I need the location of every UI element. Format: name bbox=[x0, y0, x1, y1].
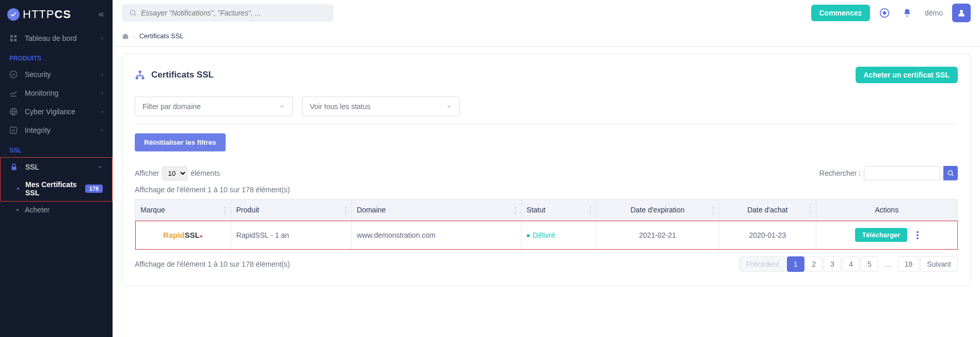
reset-filters-button[interactable]: Réinitialiser les filtres bbox=[135, 133, 226, 151]
chart-icon bbox=[9, 89, 18, 97]
svg-line-10 bbox=[134, 14, 136, 16]
content-card: Certificats SSL Acheter un certificat SS… bbox=[122, 54, 971, 286]
table-row: RapidSSL● RapidSSL - 1 an www.demonstrat… bbox=[135, 221, 958, 250]
check-box-icon bbox=[9, 126, 18, 134]
download-button[interactable]: Télécharger bbox=[855, 228, 908, 242]
global-search[interactable] bbox=[122, 4, 334, 22]
sidebar-item-cyber[interactable]: Cyber Vigilance › bbox=[0, 102, 113, 121]
search-icon bbox=[129, 9, 137, 17]
col-purchase[interactable]: Date d'achat↑↓ bbox=[719, 200, 816, 221]
table-info-bottom: Affichage de l'élément 1 à 10 sur 178 él… bbox=[135, 260, 290, 268]
page-ellipsis: … bbox=[879, 257, 897, 271]
page-last[interactable]: 18 bbox=[898, 256, 920, 272]
chevron-right-icon: › bbox=[101, 71, 103, 78]
sidebar-item-security[interactable]: Security › bbox=[0, 65, 113, 84]
svg-point-14 bbox=[960, 10, 963, 13]
page-2[interactable]: 2 bbox=[805, 256, 823, 272]
sidebar-subitem-buy[interactable]: Acheter bbox=[7, 202, 113, 218]
cell-purchase: 2020-01-23 bbox=[719, 221, 816, 250]
sort-icon: ↑↓ bbox=[809, 206, 812, 214]
chevron-right-icon: › bbox=[101, 108, 103, 115]
cta-start-button[interactable]: Commencez bbox=[811, 5, 870, 21]
col-product[interactable]: Produit↑↓ bbox=[231, 200, 352, 221]
sidebar-label: Mes Certificats SSL bbox=[25, 180, 85, 197]
sidebar-item-ssl[interactable]: SSL bbox=[1, 158, 112, 176]
sort-icon: ↑↓ bbox=[344, 206, 347, 214]
sidebar-label: Monitoring bbox=[25, 89, 101, 97]
cell-domain: www.demonstration.com bbox=[352, 221, 521, 250]
col-actions: Actions bbox=[816, 200, 957, 221]
svg-point-13 bbox=[906, 16, 908, 17]
topbar: Commencez démo bbox=[113, 0, 980, 26]
sort-icon: ↑↓ bbox=[589, 206, 592, 214]
page-4[interactable]: 4 bbox=[842, 256, 860, 272]
main-area: Commencez démo · Certificats SSL Certifi… bbox=[113, 0, 980, 337]
bullet-icon bbox=[17, 209, 19, 211]
chevron-right-icon: › bbox=[101, 127, 103, 134]
sort-icon: ↑↓ bbox=[712, 206, 715, 214]
svg-point-12 bbox=[883, 12, 886, 14]
sidebar-item-integrity[interactable]: Integrity › bbox=[0, 121, 113, 140]
chevron-down-icon bbox=[446, 103, 452, 110]
avatar[interactable] bbox=[952, 4, 971, 22]
cell-actions: Télécharger bbox=[816, 221, 957, 250]
buy-cert-button[interactable]: Acheter un certificat SSL bbox=[856, 67, 958, 83]
page-prev[interactable]: Précédent bbox=[739, 256, 786, 272]
cell-status: Délivré bbox=[521, 221, 596, 250]
page-next[interactable]: Suivant bbox=[920, 256, 958, 272]
sidebar-label: Cyber Vigilance bbox=[25, 108, 101, 116]
table-search-button[interactable] bbox=[943, 166, 958, 180]
sidebar-label: Integrity bbox=[25, 126, 101, 134]
cell-brand: RapidSSL● bbox=[135, 221, 231, 250]
cert-count-badge: 178 bbox=[85, 185, 103, 193]
rapidssl-logo: RapidSSL● bbox=[163, 231, 203, 239]
bell-icon[interactable] bbox=[902, 8, 912, 18]
bullet-icon bbox=[17, 188, 19, 190]
brand-logo[interactable]: HTTPCS bbox=[7, 8, 71, 21]
filter-domain-select[interactable]: Filter par domaine bbox=[135, 97, 293, 116]
svg-rect-3 bbox=[10, 39, 13, 41]
sidebar-label: Tableau de bord bbox=[25, 34, 101, 42]
lock-icon bbox=[10, 163, 18, 171]
filter-status-select[interactable]: Voir tous les status bbox=[302, 97, 460, 116]
help-icon[interactable] bbox=[879, 8, 890, 18]
svg-rect-1 bbox=[14, 35, 17, 38]
col-brand[interactable]: Marque↑↓ bbox=[135, 200, 231, 221]
user-name: démo bbox=[925, 9, 943, 17]
svg-point-9 bbox=[131, 10, 135, 15]
page-5[interactable]: 5 bbox=[861, 256, 878, 272]
breadcrumb-current: Certificats SSL bbox=[139, 32, 184, 40]
sidebar-item-monitoring[interactable]: Monitoring › bbox=[0, 84, 113, 102]
col-expiry[interactable]: Date d'expiration↑↓ bbox=[596, 200, 719, 221]
sitemap-icon bbox=[135, 70, 145, 80]
sidebar-item-dashboard[interactable]: Tableau de bord › bbox=[0, 29, 113, 48]
svg-rect-0 bbox=[10, 35, 13, 38]
chevron-down-icon bbox=[98, 164, 103, 170]
page-3[interactable]: 3 bbox=[824, 256, 841, 272]
svg-line-19 bbox=[952, 175, 954, 176]
status-dot-icon bbox=[527, 234, 530, 237]
sort-icon: ↑↓ bbox=[224, 206, 227, 214]
page-size-select[interactable]: 10 bbox=[162, 166, 187, 180]
page-title: Certificats SSL bbox=[135, 70, 214, 80]
home-icon[interactable] bbox=[122, 33, 129, 40]
col-status[interactable]: Statut↑↓ bbox=[521, 200, 596, 221]
col-domain[interactable]: Domaine↑↓ bbox=[352, 200, 521, 221]
row-menu-icon[interactable] bbox=[916, 231, 919, 239]
table-search-input[interactable] bbox=[864, 166, 940, 180]
show-label: Afficher bbox=[135, 169, 159, 177]
page-1[interactable]: 1 bbox=[787, 256, 804, 272]
svg-rect-16 bbox=[136, 77, 138, 79]
globe-icon bbox=[9, 108, 18, 116]
search-label: Rechercher : bbox=[819, 169, 861, 177]
svg-rect-2 bbox=[14, 39, 17, 41]
sidebar-collapse-icon[interactable] bbox=[97, 10, 105, 19]
svg-point-4 bbox=[10, 71, 17, 78]
search-input[interactable] bbox=[141, 9, 326, 17]
svg-rect-8 bbox=[11, 166, 16, 170]
sidebar: HTTPCS Tableau de bord › PRODUITS Securi… bbox=[0, 0, 113, 337]
breadcrumb: · Certificats SSL bbox=[113, 26, 980, 47]
sidebar-subitem-my-certs[interactable]: Mes Certificats SSL 178 bbox=[8, 176, 112, 201]
chevron-down-icon bbox=[279, 103, 285, 110]
svg-point-18 bbox=[948, 171, 952, 175]
